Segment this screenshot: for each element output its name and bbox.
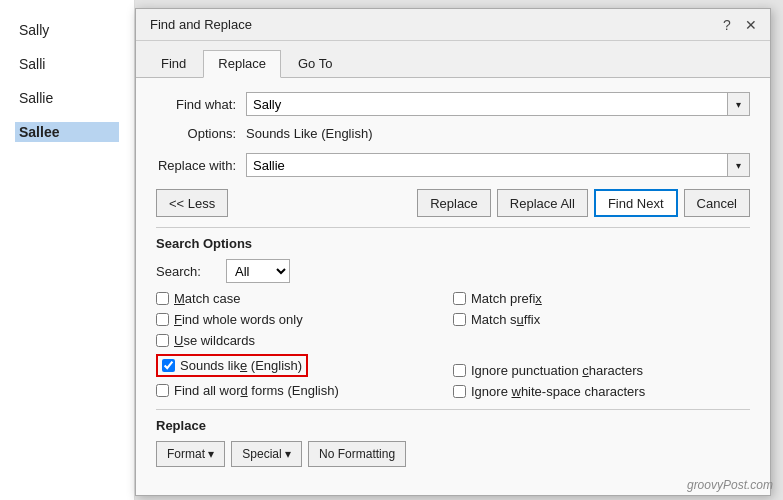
divider-1 <box>156 227 750 228</box>
replace-btns-row: Format ▾ Special ▾ No Formatting <box>156 441 750 467</box>
options-label: Options: <box>156 126 246 141</box>
checkbox-match-prefix[interactable]: Match prefix <box>453 291 750 306</box>
doc-word-salli: Salli <box>15 54 119 74</box>
options-value: Sounds Like (English) <box>246 126 372 141</box>
ignore-punct-checkbox[interactable] <box>453 364 466 377</box>
find-next-button[interactable]: Find Next <box>594 189 678 217</box>
word-forms-checkbox[interactable] <box>156 384 169 397</box>
checkbox-match-case[interactable]: Match case <box>156 291 453 306</box>
find-dropdown-btn[interactable]: ▾ <box>728 92 750 116</box>
title-controls: ? ✕ <box>718 16 760 34</box>
find-replace-dialog: Find and Replace ? ✕ Find Replace Go To … <box>135 8 771 496</box>
whole-words-checkbox[interactable] <box>156 313 169 326</box>
replace-all-button[interactable]: Replace All <box>497 189 588 217</box>
format-button[interactable]: Format ▾ <box>156 441 225 467</box>
checkbox-wildcards[interactable]: Use wildcards <box>156 333 453 348</box>
checkboxes-grid: Match case Find whole words only Use wil… <box>156 291 750 399</box>
replace-with-row: Replace with: ▾ <box>156 153 750 177</box>
close-button[interactable]: ✕ <box>742 16 760 34</box>
checkbox-sounds-like[interactable]: Sounds like (English) <box>156 354 453 377</box>
find-what-row: Find what: ▾ <box>156 92 750 116</box>
sounds-like-checkbox[interactable] <box>162 359 175 372</box>
find-input[interactable] <box>246 92 728 116</box>
search-label: Search: <box>156 264 226 279</box>
search-options-title: Search Options <box>156 236 750 251</box>
match-case-checkbox[interactable] <box>156 292 169 305</box>
checkbox-ignore-whitespace[interactable]: Ignore white-space characters <box>453 384 750 399</box>
replace-section: Replace Format ▾ Special ▾ No Formatting <box>156 409 750 467</box>
checkboxes-right-col: Match prefix Match suffix Ignore punctua… <box>453 291 750 399</box>
wildcards-checkbox[interactable] <box>156 334 169 347</box>
find-what-label: Find what: <box>156 97 246 112</box>
title-bar: Find and Replace ? ✕ <box>136 9 770 41</box>
doc-word-sallie: Sallie <box>15 88 119 108</box>
checkbox-whole-words[interactable]: Find whole words only <box>156 312 453 327</box>
special-button[interactable]: Special ▾ <box>231 441 302 467</box>
search-select-row: Search: All Up Down <box>156 259 750 283</box>
match-suffix-checkbox[interactable] <box>453 313 466 326</box>
document-area: Sally Salli Sallie Sallee <box>0 0 135 500</box>
match-prefix-checkbox[interactable] <box>453 292 466 305</box>
search-select[interactable]: All Up Down <box>226 259 290 283</box>
less-button[interactable]: << Less <box>156 189 228 217</box>
sounds-like-highlight: Sounds like (English) <box>156 354 308 377</box>
checkbox-ignore-punct[interactable]: Ignore punctuation characters <box>453 363 750 378</box>
replace-input[interactable] <box>246 153 728 177</box>
checkbox-word-forms[interactable]: Find all word forms (English) <box>156 383 453 398</box>
replace-section-title: Replace <box>156 418 750 433</box>
replace-with-label: Replace with: <box>156 158 246 173</box>
dialog-body: Find what: ▾ Options: Sounds Like (Engli… <box>136 78 770 495</box>
doc-word-sally: Sally <box>15 20 119 40</box>
no-formatting-button[interactable]: No Formatting <box>308 441 406 467</box>
doc-word-sallee: Sallee <box>15 122 119 142</box>
replace-input-wrap: ▾ <box>246 153 750 177</box>
checkboxes-left-col: Match case Find whole words only Use wil… <box>156 291 453 399</box>
help-button[interactable]: ? <box>718 16 736 34</box>
tab-goto[interactable]: Go To <box>283 50 347 78</box>
ignore-whitespace-checkbox[interactable] <box>453 385 466 398</box>
tab-find[interactable]: Find <box>146 50 201 78</box>
cancel-button[interactable]: Cancel <box>684 189 750 217</box>
tabs-bar: Find Replace Go To <box>136 41 770 78</box>
find-input-wrap: ▾ <box>246 92 750 116</box>
checkbox-match-suffix[interactable]: Match suffix <box>453 312 750 327</box>
replace-button[interactable]: Replace <box>417 189 491 217</box>
watermark: groovyPost.com <box>687 478 773 492</box>
actions-row: << Less Replace Replace All Find Next Ca… <box>156 189 750 217</box>
dialog-title: Find and Replace <box>150 17 252 32</box>
tab-replace[interactable]: Replace <box>203 50 281 78</box>
options-row: Options: Sounds Like (English) <box>156 126 750 141</box>
replace-dropdown-btn[interactable]: ▾ <box>728 153 750 177</box>
